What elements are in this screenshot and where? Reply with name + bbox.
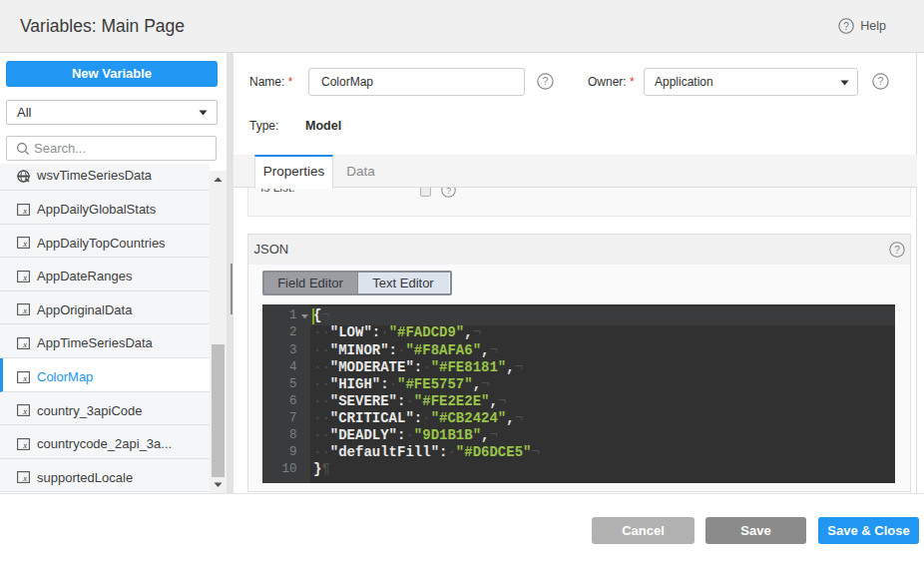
svg-text:?: ?	[446, 188, 451, 196]
svg-text:x: x	[22, 406, 27, 416]
svg-text:?: ?	[894, 245, 900, 256]
svg-text:x: x	[22, 338, 27, 348]
svg-text:x: x	[22, 372, 27, 382]
svg-text:?: ?	[844, 21, 850, 32]
svg-text:?: ?	[543, 75, 549, 87]
svg-text:x: x	[22, 439, 27, 449]
svg-text:x: x	[22, 272, 27, 281]
svg-text:x: x	[22, 239, 27, 249]
svg-text:x: x	[22, 305, 27, 315]
svg-text:x: x	[22, 473, 27, 483]
svg-text:x: x	[22, 205, 27, 215]
svg-text:?: ?	[878, 75, 884, 87]
